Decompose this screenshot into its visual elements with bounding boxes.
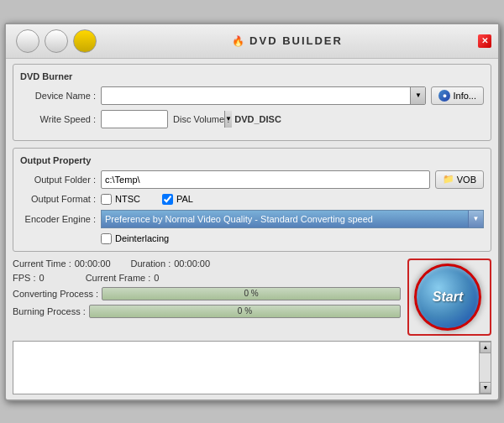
- ntsc-checkbox-item: NTSC: [101, 194, 140, 205]
- ntsc-label: NTSC: [115, 194, 140, 204]
- scroll-track: [480, 353, 491, 382]
- pal-checkbox[interactable]: [162, 194, 173, 205]
- scroll-up-button[interactable]: ▲: [480, 342, 491, 353]
- fps-value: 0: [39, 273, 45, 283]
- window-controls: [16, 29, 97, 53]
- maximize-button[interactable]: [45, 29, 68, 53]
- fps-row: FPS : 0 Current Frame : 0: [13, 273, 401, 283]
- fps-label: FPS :: [13, 273, 36, 283]
- time-row: Current Time : 00:00:00 Duration : 00:00…: [13, 258, 401, 269]
- current-time-value: 00:00:00: [75, 258, 111, 269]
- output-folder-label: Output Folder :: [20, 175, 96, 185]
- close-button[interactable]: ✕: [478, 34, 491, 48]
- window-title: DVD BUILDER: [249, 34, 343, 47]
- content-area: DVD Burner Device Name : ▼ ● Info... Wri…: [6, 59, 498, 400]
- status-area: Current Time : 00:00:00 Duration : 00:00…: [13, 258, 491, 336]
- device-name-row: Device Name : ▼ ● Info...: [20, 86, 484, 105]
- deinterlacing-checkbox[interactable]: [101, 233, 112, 244]
- scrollbar: ▲ ▼: [479, 342, 491, 394]
- burning-row: Burning Process : 0 %: [13, 305, 401, 318]
- title-icon: 🔥: [232, 35, 244, 47]
- pal-label: PAL: [176, 194, 193, 204]
- write-speed-label: Write Speed :: [20, 114, 96, 124]
- write-speed-row: Write Speed : ▼ Disc Volume : DVD_DISC: [20, 110, 484, 128]
- device-name-dropdown[interactable]: ▼: [101, 86, 426, 105]
- converting-progress: 0 %: [102, 287, 401, 300]
- scroll-down-button[interactable]: ▼: [480, 382, 491, 394]
- dvd-burner-group: DVD Burner Device Name : ▼ ● Info... Wri…: [13, 64, 491, 141]
- burning-label: Burning Process :: [13, 306, 86, 316]
- output-textarea-wrapper: ▲ ▼: [13, 341, 491, 394]
- write-speed-dropdown[interactable]: ▼: [101, 110, 168, 128]
- start-button[interactable]: Start: [414, 264, 481, 331]
- deinterlacing-label: Deinterlacing: [115, 233, 169, 243]
- main-window: 🔥 DVD BUILDER ✕ DVD Burner Device Name :…: [4, 23, 500, 401]
- title-left: [13, 29, 97, 53]
- converting-percent: 0 %: [244, 289, 258, 298]
- output-format-row: Output Format : NTSC PAL: [20, 194, 484, 205]
- current-time-label: Current Time :: [13, 258, 71, 269]
- burning-progress: 0 %: [89, 305, 401, 318]
- duration-label: Duration :: [131, 258, 171, 269]
- ntsc-checkbox[interactable]: [101, 194, 112, 205]
- folder-icon: 📁: [443, 174, 454, 185]
- info-icon: ●: [438, 90, 450, 102]
- encoder-engine-label: Encoder Engine :: [20, 214, 96, 224]
- start-button-wrapper: Start: [407, 258, 491, 336]
- title-area: 🔥 DVD BUILDER: [232, 34, 343, 47]
- converting-row: Converting Process : 0 %: [13, 287, 401, 300]
- title-bar: 🔥 DVD BUILDER ✕: [6, 24, 498, 59]
- duration-value: 00:00:00: [174, 258, 210, 269]
- converting-label: Converting Process :: [13, 289, 98, 299]
- output-folder-input[interactable]: [101, 170, 430, 189]
- vob-button-label: VOB: [457, 175, 476, 185]
- info-button-label: Info...: [453, 91, 476, 101]
- current-frame-label: Current Frame :: [86, 273, 151, 283]
- pal-checkbox-item: PAL: [162, 194, 193, 205]
- device-name-arrow[interactable]: ▼: [410, 87, 425, 104]
- output-format-label: Output Format :: [20, 194, 96, 204]
- burning-percent: 0 %: [238, 306, 252, 316]
- disc-volume-label: Disc Volume :: [173, 114, 229, 124]
- output-folder-row: Output Folder : 📁 VOB: [20, 170, 484, 189]
- vob-button[interactable]: 📁 VOB: [435, 170, 484, 189]
- dvd-burner-title: DVD Burner: [20, 71, 484, 81]
- start-label: Start: [433, 290, 463, 305]
- deinterlacing-row: Deinterlacing: [101, 233, 484, 244]
- status-left: Current Time : 00:00:00 Duration : 00:00…: [13, 258, 401, 336]
- encoder-arrow[interactable]: ▼: [468, 211, 483, 227]
- output-property-group: Output Property Output Folder : 📁 VOB Ou…: [13, 148, 491, 252]
- encoder-engine-row: Encoder Engine : Preference by Normal Vi…: [20, 210, 484, 228]
- restore-button[interactable]: [73, 29, 97, 53]
- output-textarea[interactable]: [13, 342, 479, 394]
- output-property-title: Output Property: [20, 155, 484, 165]
- encoder-value: Preference by Normal Video Quality - Sta…: [102, 214, 468, 224]
- device-name-label: Device Name :: [20, 91, 96, 101]
- minimize-button[interactable]: [16, 29, 39, 53]
- disc-volume-value: DVD_DISC: [234, 114, 281, 124]
- info-button[interactable]: ● Info...: [431, 86, 484, 105]
- current-frame-value: 0: [154, 273, 159, 283]
- device-name-input[interactable]: [102, 89, 410, 102]
- encoder-dropdown[interactable]: Preference by Normal Video Quality - Sta…: [101, 210, 484, 228]
